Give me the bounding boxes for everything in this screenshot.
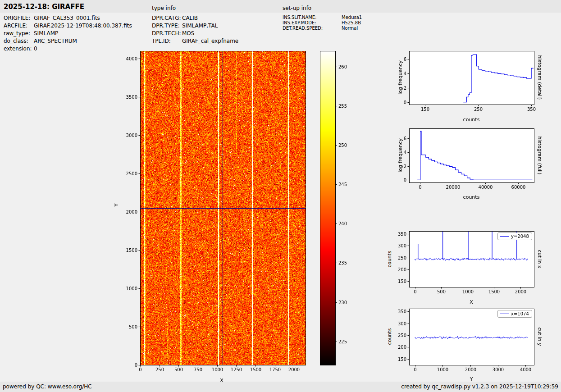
file-info-key: do_class:	[4, 37, 34, 45]
cut-y-legend-label: x=1074	[511, 311, 529, 316]
hist-full-x-axis-label: counts	[463, 194, 480, 200]
hist-full-right-label: histogram (full)	[537, 137, 543, 175]
colorbar	[315, 45, 360, 387]
hist-full-y-axis-label: log frequency	[397, 138, 403, 172]
cut-y-y-axis-label: counts	[387, 328, 392, 345]
footer-created-by: created by qc_rawdisp.py v1.2.3 on 2025-…	[401, 383, 558, 390]
type-info-row: DPR.TYPE:SIMLAMP,TAL	[152, 22, 238, 30]
cut-x-right-label: cut in x	[537, 250, 543, 269]
file-info-value: ARC_SPECTRUM	[34, 37, 77, 45]
main-x-axis-label: X	[220, 378, 223, 383]
cut-y-legend: x=1074	[497, 310, 532, 318]
type-info-row: TPL.ID:GIRAF_cal_expfname	[152, 37, 238, 45]
type-info-key: DPR.CATG:	[152, 14, 182, 22]
setup-info-block: INS.SLIT.NAME:Medusa1 INS.EXP.MODE:H525.…	[283, 15, 362, 31]
setup-info-value: Medusa1	[342, 15, 362, 20]
file-info-value: SIMLAMP	[34, 30, 58, 37]
file-info-value: GIRAF.2025-12-19T08:48:00.387.fits	[34, 22, 132, 30]
setup-info-row: DET.READ.SPEED:Normal	[283, 26, 362, 31]
type-info-value: CALIB	[182, 14, 198, 22]
type-info-key: DPR.TECH:	[152, 30, 182, 37]
file-info-row: raw_type:SIMLAMP	[4, 30, 132, 37]
type-info-value: SIMLAMP,TAL	[182, 22, 218, 30]
file-info-value: GIRAF_CAL353_0001.fits	[34, 14, 100, 22]
setup-info-row: INS.SLIT.NAME:Medusa1	[283, 15, 362, 20]
hist-detail-y-axis-label: log frequency	[397, 60, 403, 94]
file-info-key: ORIGFILE:	[4, 14, 34, 22]
cut-x-y-axis-label: counts	[387, 251, 392, 268]
setup-info-heading: set-up info	[283, 5, 311, 11]
legend-line-icon	[500, 236, 509, 237]
file-info-key: ARCFILE:	[4, 22, 34, 30]
cut-x-x-axis-label: X	[470, 299, 473, 305]
file-info-row: ARCFILE:GIRAF.2025-12-19T08:48:00.387.fi…	[4, 22, 132, 30]
type-info-key: DPR.TYPE:	[152, 22, 182, 30]
file-info-row: do_class:ARC_SPECTRUM	[4, 37, 132, 45]
file-info-value: 0	[34, 45, 37, 53]
type-info-value: MOS	[182, 30, 194, 37]
setup-info-key: DET.READ.SPEED:	[283, 26, 342, 31]
cut-x-legend-label: y=2048	[511, 234, 529, 239]
setup-info-key: INS.EXP.MODE:	[283, 20, 342, 26]
legend-line-icon	[500, 314, 509, 314]
histogram-full-plot	[395, 123, 543, 197]
file-info-row: ORIGFILE:GIRAF_CAL353_0001.fits	[4, 14, 132, 22]
type-info-row: DPR.TECH:MOS	[152, 30, 238, 37]
cut-y-x-axis-label: Y	[470, 376, 473, 382]
type-info-row: DPR.CATG:CALIB	[152, 14, 238, 22]
histogram-detail-plot	[395, 45, 543, 119]
type-info-block: DPR.CATG:CALIB DPR.TYPE:SIMLAMP,TAL DPR.…	[152, 14, 238, 45]
hist-detail-x-axis-label: counts	[463, 117, 480, 123]
type-info-heading: type info	[152, 5, 176, 11]
file-info-key: raw_type:	[4, 30, 34, 37]
raw-image-plot	[108, 45, 315, 387]
type-info-value: GIRAF_cal_expfname	[182, 37, 238, 45]
setup-info-value: H525.8B	[342, 20, 361, 26]
main-y-axis-label: Y	[114, 204, 119, 207]
file-info-key: extension:	[4, 45, 34, 53]
setup-info-key: INS.SLIT.NAME:	[283, 15, 342, 20]
type-info-key: TPL.ID:	[152, 37, 182, 45]
setup-info-row: INS.EXP.MODE:H525.8B	[283, 20, 362, 26]
cut-x-legend: y=2048	[497, 232, 532, 240]
footer-powered-by: powered by QC: www.eso.org/HC	[3, 383, 92, 390]
hist-detail-right-label: histogram (detail)	[537, 55, 543, 100]
page-title: 2025-12-18: GIRAFFE	[4, 3, 84, 11]
cut-y-right-label: cut in y	[537, 328, 543, 346]
setup-info-value: Normal	[342, 26, 358, 31]
